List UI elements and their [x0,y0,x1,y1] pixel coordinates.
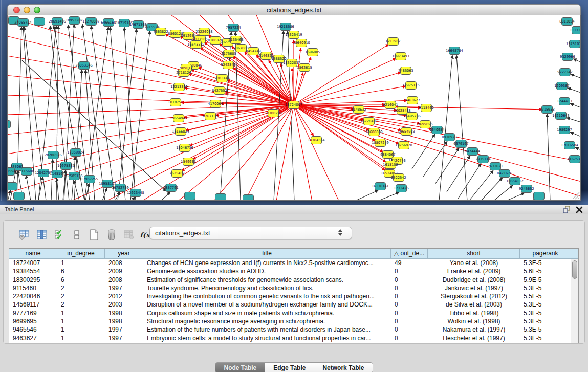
minimize-traffic-light-icon[interactable] [24,7,30,13]
network-node[interactable]: 9699695 [418,121,432,128]
network-node[interactable]: 391594 [8,168,16,176]
column-header-title[interactable]: title [143,249,391,258]
column-header-in_degree[interactable]: in_degree [57,249,105,258]
network-node[interactable]: 9242848 [221,61,235,69]
column-header-pagerank[interactable]: pagerank [520,249,571,258]
network-node[interactable] [215,194,226,201]
network-node[interactable]: 1733426 [394,185,408,192]
network-node[interactable]: 9245652 [519,185,534,193]
network-node[interactable]: 2718126 [176,69,191,77]
network-node[interactable]: 9329966 [560,53,575,61]
network-node[interactable]: 6466160 [101,19,116,27]
network-node[interactable]: 15276087 [82,18,100,26]
tab-network-table[interactable]: Network Table [314,363,372,372]
network-node[interactable]: 7485063 [398,67,413,75]
column-header-name[interactable]: name [9,249,57,258]
network-node[interactable]: 8216041 [383,101,398,109]
table-row[interactable]: 1830029562008Estimation of significance … [9,276,578,284]
zoom-traffic-light-icon[interactable] [34,7,40,13]
network-node[interactable]: 1549931 [181,158,195,166]
network-node[interactable]: 1115688 [19,168,34,176]
network-node[interactable]: 15751074 [566,40,580,48]
tab-edge-table[interactable]: Edge Table [265,363,314,372]
column-header-year[interactable]: year [105,249,143,258]
network-node[interactable] [534,192,545,200]
network-node[interactable]: 19654923 [398,128,415,136]
network-node[interactable]: 19756928 [395,142,412,149]
network-node[interactable]: 7632621 [488,163,503,170]
network-node[interactable]: 9463627 [405,97,420,104]
network-window-titlebar[interactable]: citations_edges.txt [7,4,581,15]
network-node[interactable]: 16210643 [552,112,570,120]
network-node[interactable]: 20206576 [45,151,62,159]
network-node[interactable] [34,18,45,26]
new-file-icon[interactable] [89,229,100,241]
rows-icon[interactable] [71,229,82,241]
network-node[interactable]: 3175685 [221,50,236,58]
network-node[interactable]: 19654943 [170,115,187,122]
network-node[interactable] [8,183,17,190]
network-node[interactable]: 7625402 [169,170,184,178]
network-node[interactable]: 1148632 [351,106,366,114]
network-node[interactable]: 19218586 [277,23,294,31]
network-node[interactable]: 20691406 [49,18,66,26]
network-node[interactable]: 12975115 [402,82,420,90]
network-node[interactable]: 10975887 [57,162,75,170]
network-node[interactable]: 1167531 [567,156,580,163]
network-node[interactable]: 7957224 [226,24,241,32]
resize-grip-icon[interactable] [573,192,579,199]
network-node[interactable]: 15166824 [172,128,189,136]
network-node[interactable]: 16136141 [372,183,389,190]
network-node[interactable]: 19384554 [308,137,325,144]
network-node[interactable] [185,192,195,200]
network-node[interactable]: 8938923 [442,134,456,141]
network-node[interactable]: 18640910 [293,39,310,47]
network-node[interactable]: 1209387 [554,82,569,90]
table-scrollbar[interactable] [571,259,578,343]
network-node[interactable]: 2803144 [214,75,229,82]
network-node[interactable]: 7663822 [153,28,168,36]
network-node[interactable]: 2135468 [228,36,243,44]
table-row[interactable]: 946362711997Embryonic stem cells: a mode… [9,334,578,342]
network-node[interactable]: 1117316 [570,27,580,34]
table-row[interactable]: 2242004622012Investigating the contribut… [9,292,578,300]
network-node[interactable]: 1213967 [385,38,400,46]
network-node[interactable]: 16648784 [446,47,463,55]
network-node[interactable] [14,192,25,200]
table-row[interactable]: 1872400712008Changes of HCN gene express… [9,259,578,267]
network-node[interactable]: 9115460 [419,104,433,112]
table-row[interactable]: 946554611997Estimation of the future num… [9,325,578,334]
network-node[interactable]: 1989297 [557,126,572,134]
table-row[interactable]: 969969511998Structural magnetic resonanc… [9,317,578,325]
table-row[interactable]: 977716911998Corpus callosum shape and si… [9,309,578,317]
tab-node-table[interactable]: Node Table [215,363,265,372]
network-node[interactable] [8,121,11,128]
delete-table-icon[interactable] [106,229,117,241]
network-node[interactable]: 17957255 [81,176,98,183]
network-node[interactable]: 6679197 [453,140,468,148]
float-window-icon[interactable] [563,206,571,213]
network-node[interactable]: 10953287 [66,17,83,25]
network-node[interactable]: 8471676 [497,170,512,178]
network-node[interactable]: 15046736 [176,144,193,152]
close-icon[interactable] [576,206,583,213]
network-node[interactable]: 9857791 [163,184,178,192]
network-node[interactable]: 1244413 [557,98,572,105]
table-settings-icon[interactable] [19,229,30,241]
network-node[interactable]: 17016504 [561,142,578,149]
citation-network-graph[interactable]: 2405572420691406109532871527608764661601… [8,15,580,200]
network-node[interactable]: 9215938 [539,106,554,114]
network-node[interactable] [243,195,254,201]
column-header-out_de[interactable]: △ out_de... [391,249,428,258]
network-node[interactable]: 8267130 [203,113,217,120]
network-node[interactable]: 1696805 [305,49,320,56]
network-node[interactable]: 4170064 [208,100,223,108]
network-node[interactable]: 1640954 [429,126,444,134]
table-row[interactable]: 911546021997Tourette syndrome. Phenomeno… [9,284,578,292]
select-columns-icon[interactable] [54,229,65,241]
column-header-short[interactable]: short [428,249,520,258]
network-node[interactable]: 1145194 [50,170,64,178]
network-node[interactable]: 2935114 [475,156,490,163]
network-node[interactable]: 23226058 [195,28,213,36]
show-column-icon[interactable] [36,229,48,241]
